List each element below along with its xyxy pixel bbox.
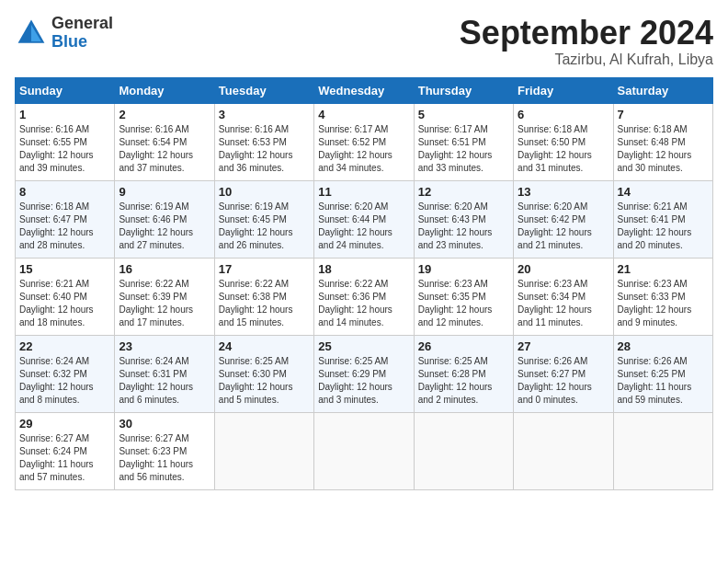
day-number: 14 [618,185,709,199]
day-number: 20 [518,262,609,276]
day-number: 24 [219,339,310,353]
day-info: Sunrise: 6:18 AM Sunset: 6:47 PM Dayligh… [19,201,110,252]
table-row: 2Sunrise: 6:16 AM Sunset: 6:54 PM Daylig… [115,103,214,180]
col-saturday: Saturday [613,77,712,103]
table-row: 8Sunrise: 6:18 AM Sunset: 6:47 PM Daylig… [16,180,115,258]
table-row: 3Sunrise: 6:16 AM Sunset: 6:53 PM Daylig… [214,103,313,180]
table-row: 20Sunrise: 6:23 AM Sunset: 6:34 PM Dayli… [514,258,613,335]
logo-icon [15,17,48,50]
table-row: 11Sunrise: 6:20 AM Sunset: 6:44 PM Dayli… [314,180,414,258]
day-info: Sunrise: 6:22 AM Sunset: 6:36 PM Dayligh… [318,278,409,329]
day-number: 8 [19,185,110,199]
day-number: 5 [418,108,509,121]
day-number: 21 [618,262,709,276]
day-number: 26 [418,339,509,353]
day-info: Sunrise: 6:16 AM Sunset: 6:55 PM Dayligh… [19,123,110,175]
table-row: 17Sunrise: 6:22 AM Sunset: 6:38 PM Dayli… [214,258,313,335]
table-row: 14Sunrise: 6:21 AM Sunset: 6:41 PM Dayli… [613,180,712,258]
day-info: Sunrise: 6:16 AM Sunset: 6:54 PM Dayligh… [119,123,210,175]
table-row: 28Sunrise: 6:26 AM Sunset: 6:25 PM Dayli… [613,335,712,412]
day-info: Sunrise: 6:17 AM Sunset: 6:52 PM Dayligh… [318,123,409,175]
day-number: 11 [318,185,409,199]
day-info: Sunrise: 6:27 AM Sunset: 6:24 PM Dayligh… [19,432,110,484]
header: General Blue September 2024 Tazirbu, Al … [15,15,713,68]
calendar-table: Sunday Monday Tuesday Wednesday Thursday… [15,77,713,490]
day-number: 4 [318,108,409,121]
table-row: 6Sunrise: 6:18 AM Sunset: 6:50 PM Daylig… [514,103,613,180]
col-tuesday: Tuesday [214,77,313,103]
day-info: Sunrise: 6:26 AM Sunset: 6:27 PM Dayligh… [518,355,609,407]
day-number: 17 [219,262,310,276]
day-info: Sunrise: 6:22 AM Sunset: 6:39 PM Dayligh… [119,278,210,329]
day-info: Sunrise: 6:24 AM Sunset: 6:31 PM Dayligh… [119,355,210,407]
day-info: Sunrise: 6:17 AM Sunset: 6:51 PM Dayligh… [418,123,509,175]
table-row: 10Sunrise: 6:19 AM Sunset: 6:45 PM Dayli… [214,180,313,258]
day-info: Sunrise: 6:22 AM Sunset: 6:38 PM Dayligh… [219,278,310,329]
table-row: 30Sunrise: 6:27 AM Sunset: 6:23 PM Dayli… [115,412,214,489]
logo: General Blue [15,15,113,52]
day-number: 13 [518,185,609,199]
day-number: 30 [119,417,210,431]
day-number: 16 [119,262,210,276]
day-info: Sunrise: 6:25 AM Sunset: 6:28 PM Dayligh… [418,355,509,407]
day-number: 10 [219,185,310,199]
calendar-row: 8Sunrise: 6:18 AM Sunset: 6:47 PM Daylig… [16,180,713,258]
day-info: Sunrise: 6:20 AM Sunset: 6:43 PM Dayligh… [418,201,509,252]
table-row: 16Sunrise: 6:22 AM Sunset: 6:39 PM Dayli… [115,258,214,335]
day-number: 22 [19,339,110,353]
table-row [514,412,613,489]
col-sunday: Sunday [16,77,115,103]
location-title: Tazirbu, Al Kufrah, Libya [460,52,713,68]
day-number: 9 [119,185,210,199]
table-row: 22Sunrise: 6:24 AM Sunset: 6:32 PM Dayli… [16,335,115,412]
day-info: Sunrise: 6:19 AM Sunset: 6:46 PM Dayligh… [119,201,210,252]
table-row: 19Sunrise: 6:23 AM Sunset: 6:35 PM Dayli… [414,258,513,335]
month-title: September 2024 [460,15,713,52]
day-number: 27 [518,339,609,353]
col-friday: Friday [514,77,613,103]
day-number: 29 [19,417,110,431]
day-info: Sunrise: 6:16 AM Sunset: 6:53 PM Dayligh… [219,123,310,175]
table-row: 26Sunrise: 6:25 AM Sunset: 6:28 PM Dayli… [414,335,513,412]
day-number: 15 [19,262,110,276]
col-thursday: Thursday [414,77,513,103]
day-info: Sunrise: 6:18 AM Sunset: 6:50 PM Dayligh… [518,123,609,175]
logo-blue-text: Blue [51,33,113,52]
table-row: 15Sunrise: 6:21 AM Sunset: 6:40 PM Dayli… [16,258,115,335]
table-row: 9Sunrise: 6:19 AM Sunset: 6:46 PM Daylig… [115,180,214,258]
day-number: 12 [418,185,509,199]
day-info: Sunrise: 6:25 AM Sunset: 6:29 PM Dayligh… [318,355,409,407]
calendar-row: 1Sunrise: 6:16 AM Sunset: 6:55 PM Daylig… [16,103,713,180]
day-number: 25 [318,339,409,353]
calendar-header-row: Sunday Monday Tuesday Wednesday Thursday… [16,77,713,103]
table-row [613,412,712,489]
table-row [414,412,513,489]
day-number: 3 [219,108,310,121]
day-info: Sunrise: 6:24 AM Sunset: 6:32 PM Dayligh… [19,355,110,407]
table-row [314,412,414,489]
table-row: 23Sunrise: 6:24 AM Sunset: 6:31 PM Dayli… [115,335,214,412]
day-info: Sunrise: 6:23 AM Sunset: 6:34 PM Dayligh… [518,278,609,329]
day-number: 28 [618,339,709,353]
calendar-row: 22Sunrise: 6:24 AM Sunset: 6:32 PM Dayli… [16,335,713,412]
day-info: Sunrise: 6:20 AM Sunset: 6:42 PM Dayligh… [518,201,609,252]
logo-text: General Blue [51,15,113,52]
table-row: 25Sunrise: 6:25 AM Sunset: 6:29 PM Dayli… [314,335,414,412]
table-row: 24Sunrise: 6:25 AM Sunset: 6:30 PM Dayli… [214,335,313,412]
table-row: 7Sunrise: 6:18 AM Sunset: 6:48 PM Daylig… [613,103,712,180]
table-row: 29Sunrise: 6:27 AM Sunset: 6:24 PM Dayli… [16,412,115,489]
title-section: September 2024 Tazirbu, Al Kufrah, Libya [460,15,713,68]
day-number: 1 [19,108,110,121]
day-info: Sunrise: 6:23 AM Sunset: 6:33 PM Dayligh… [618,278,709,329]
day-info: Sunrise: 6:25 AM Sunset: 6:30 PM Dayligh… [219,355,310,407]
table-row: 1Sunrise: 6:16 AM Sunset: 6:55 PM Daylig… [16,103,115,180]
page: General Blue September 2024 Tazirbu, Al … [0,0,728,563]
col-monday: Monday [115,77,214,103]
day-info: Sunrise: 6:23 AM Sunset: 6:35 PM Dayligh… [418,278,509,329]
table-row: 12Sunrise: 6:20 AM Sunset: 6:43 PM Dayli… [414,180,513,258]
table-row: 4Sunrise: 6:17 AM Sunset: 6:52 PM Daylig… [314,103,414,180]
day-info: Sunrise: 6:27 AM Sunset: 6:23 PM Dayligh… [119,432,210,484]
table-row: 5Sunrise: 6:17 AM Sunset: 6:51 PM Daylig… [414,103,513,180]
day-info: Sunrise: 6:19 AM Sunset: 6:45 PM Dayligh… [219,201,310,252]
table-row: 13Sunrise: 6:20 AM Sunset: 6:42 PM Dayli… [514,180,613,258]
